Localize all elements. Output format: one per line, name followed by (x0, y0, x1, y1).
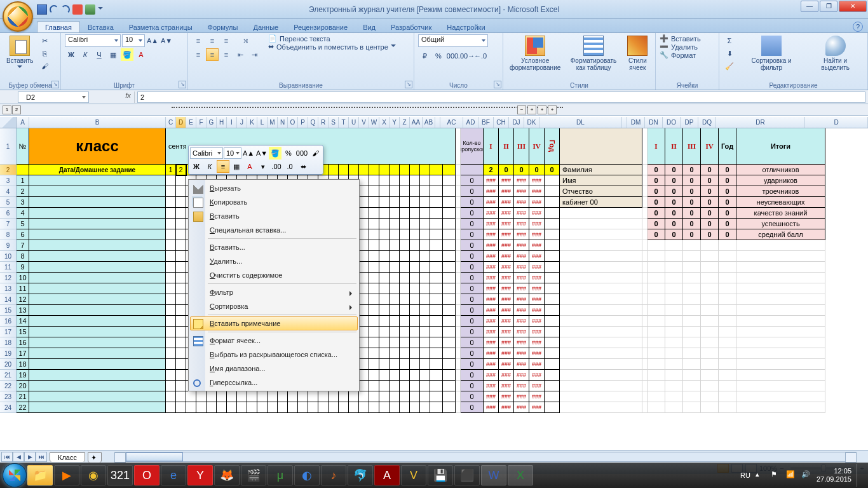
sort-filter-button[interactable]: Сортировка и фильтр (738, 34, 804, 72)
cell[interactable] (560, 128, 642, 165)
tab-home[interactable]: Главная (37, 21, 80, 32)
col-header[interactable]: G (207, 117, 217, 128)
minimize-button[interactable]: — (801, 1, 818, 12)
mini-font-combo[interactable]: Calibri (190, 147, 223, 159)
tab-addins[interactable]: Надстройки (439, 22, 492, 32)
align-bottom-button[interactable]: ≡ (220, 34, 233, 47)
sheet-nav-prev[interactable]: ◀ (13, 452, 24, 462)
increase-decimal-button[interactable]: .00→ (460, 50, 473, 62)
col-header[interactable] (622, 117, 627, 128)
new-sheet-button[interactable]: ✦ (88, 452, 102, 463)
row-header[interactable]: 13 (0, 283, 17, 294)
ctx-item[interactable]: Имя диапазона... (190, 362, 358, 376)
mini-fill-color[interactable]: 🪣 (269, 147, 281, 159)
tab-formulas[interactable]: Формулы (200, 22, 246, 32)
taskbar-app-icon[interactable]: A (374, 465, 400, 485)
taskbar-app-icon[interactable]: O (134, 465, 159, 485)
align-top-button[interactable]: ≡ (192, 34, 205, 47)
cell-header-no[interactable]: № (17, 128, 29, 165)
cell-header-miss[interactable]: Кол-во пропусков (461, 128, 484, 165)
sheet-nav-next[interactable]: ▶ (24, 452, 36, 462)
col-header[interactable]: W (369, 117, 379, 128)
cell-quarter[interactable]: IV (529, 128, 545, 165)
col-header[interactable]: AC (440, 117, 463, 128)
col-header[interactable]: U (349, 117, 359, 128)
shrink-font-button[interactable]: A▼ (160, 34, 173, 47)
cell-quarter[interactable]: II (499, 128, 514, 165)
tab-view[interactable]: Вид (355, 22, 383, 32)
fx-button[interactable]: fx (122, 92, 135, 103)
row-header[interactable]: 4 (0, 186, 17, 197)
comma-button[interactable]: 000 (446, 50, 459, 62)
col-header[interactable]: L (257, 117, 268, 128)
grow-font-button[interactable]: A▲ (146, 34, 159, 47)
mini-font-color[interactable]: A (243, 160, 256, 173)
ctx-item[interactable]: Специальная вставка... (190, 223, 358, 237)
cell-date-hw[interactable]: Дата/Домашнее задание (29, 165, 166, 175)
paste-button[interactable]: Вставить (4, 34, 36, 72)
cell-quarter[interactable]: III (514, 128, 529, 165)
format-as-table-button[interactable]: Форматировать как таблицу (566, 34, 621, 72)
copy-button[interactable]: ⎘ (38, 47, 51, 60)
mini-italic[interactable]: К (203, 160, 216, 173)
cell-styles-button[interactable]: Стили ячеек (624, 34, 651, 72)
number-format-combo[interactable]: Общий (418, 34, 488, 47)
ctx-item[interactable]: Удалить... (190, 254, 358, 268)
col-header[interactable]: H (217, 117, 227, 128)
tray-show-hidden-icon[interactable]: ▴ (756, 470, 766, 480)
cell-quarter[interactable]: IV (701, 128, 719, 165)
close-button[interactable]: ✕ (839, 1, 867, 12)
taskbar-app-icon[interactable]: 🎬 (241, 465, 266, 485)
col-header[interactable]: V (359, 117, 369, 128)
show-desktop-button[interactable] (857, 464, 862, 487)
outline-expand[interactable]: + (527, 105, 536, 114)
office-button[interactable] (3, 1, 33, 32)
help-icon[interactable]: ? (853, 22, 863, 32)
ctx-item[interactable]: Выбрать из раскрывающегося списка... (190, 348, 358, 362)
outline-expand-2[interactable]: + (538, 105, 546, 114)
taskbar-word-icon[interactable]: W (481, 465, 506, 485)
decrease-decimal-button[interactable]: ←.0 (474, 50, 487, 62)
col-header[interactable]: Y (390, 117, 400, 128)
tab-developer[interactable]: Разработчик (383, 22, 439, 32)
tab-review[interactable]: Рецензирование (286, 22, 355, 32)
row-header[interactable]: 22 (0, 381, 17, 391)
row-header[interactable]: 20 (0, 359, 17, 370)
row-header[interactable]: 21 (0, 370, 17, 381)
formula-input[interactable]: 2 (137, 92, 865, 103)
save-icon[interactable] (37, 4, 47, 15)
tab-page-layout[interactable]: Разметка страницы (121, 22, 200, 32)
format-cells-button[interactable]: 🔧 Формат (660, 51, 715, 59)
col-header[interactable] (435, 117, 440, 128)
col-header[interactable]: R (318, 117, 329, 128)
row-header[interactable]: 11 (0, 262, 17, 273)
ctx-item[interactable]: Вставить примечание (190, 316, 358, 330)
qat-custom-icon[interactable] (72, 4, 83, 15)
border-button[interactable]: ▦ (107, 48, 119, 61)
mini-format-painter[interactable]: 🖌 (309, 147, 322, 159)
align-left-button[interactable]: ≡ (192, 48, 205, 61)
col-header[interactable]: X (379, 117, 390, 128)
find-select-button[interactable]: Найти и выделить (807, 34, 864, 72)
col-header[interactable]: K (247, 117, 257, 128)
col-header[interactable]: CH (494, 117, 509, 128)
font-name-combo[interactable]: Calibri (65, 34, 121, 47)
mini-align-center[interactable]: ≡ (217, 160, 229, 173)
col-header[interactable]: DO (663, 117, 681, 128)
col-header[interactable]: Q (308, 117, 318, 128)
qat-custom-icon-2[interactable] (85, 4, 95, 15)
conditional-formatting-button[interactable]: Условное форматирование (507, 34, 563, 72)
col-header[interactable]: I (227, 117, 237, 128)
row-header[interactable]: 14 (0, 294, 17, 305)
col-header[interactable]: AD (463, 117, 478, 128)
start-button[interactable] (3, 463, 27, 487)
mini-inc-decimal[interactable]: .00 (270, 160, 283, 173)
tray-flag-icon[interactable]: ⚑ (771, 470, 781, 480)
col-header[interactable]: J (237, 117, 247, 128)
ctx-item[interactable]: Вставить... (190, 240, 358, 254)
col-header[interactable]: T (339, 117, 349, 128)
col-header[interactable]: O (288, 117, 298, 128)
mini-shrink-font[interactable]: A▼ (255, 147, 268, 159)
ctx-item[interactable]: Очистить содержимое (190, 268, 358, 282)
align-center-button[interactable]: ≡ (206, 48, 219, 61)
